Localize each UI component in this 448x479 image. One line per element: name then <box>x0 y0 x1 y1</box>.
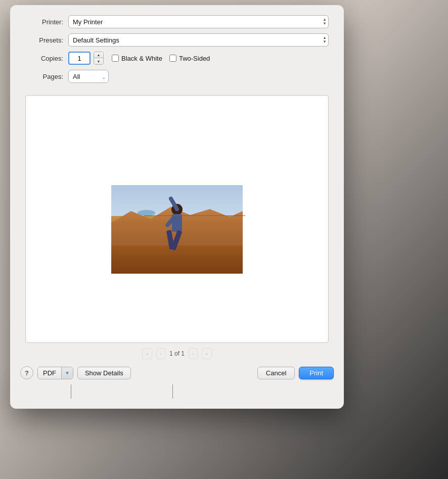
help-button[interactable]: ? <box>20 366 33 379</box>
cancel-button[interactable]: Cancel <box>257 367 295 379</box>
preview-photo <box>111 185 243 274</box>
printer-label: Printer: <box>25 18 63 26</box>
black-white-option[interactable]: Black & White <box>112 55 162 62</box>
presets-select[interactable]: Default Settings <box>68 33 329 47</box>
indicator-line-right <box>172 384 173 399</box>
black-white-label: Black & White <box>121 55 162 62</box>
printer-select-wrapper: My Printer ▲ ▼ <box>68 15 329 28</box>
presets-select-wrapper: Default Settings ▲ ▼ <box>68 33 329 47</box>
prev-page-btn[interactable]: ‹ <box>156 348 165 359</box>
show-details-button[interactable]: Show Details <box>77 367 131 379</box>
two-sided-checkbox[interactable] <box>169 55 176 62</box>
presets-label: Presets: <box>25 36 63 44</box>
first-page-btn[interactable]: « <box>142 348 152 359</box>
next-page-btn[interactable]: › <box>189 348 198 359</box>
pages-select[interactable]: All <box>68 70 109 83</box>
two-sided-option[interactable]: Two-Sided <box>169 55 210 62</box>
indicator-lines <box>10 384 344 399</box>
pages-row: Pages: All ⌄ <box>25 70 329 83</box>
black-white-checkbox[interactable] <box>112 55 119 62</box>
bottom-bar: ? PDF ▼ Show Details Cancel Print <box>10 366 344 379</box>
print-button[interactable]: Print <box>299 367 334 379</box>
two-sided-label: Two-Sided <box>179 55 210 62</box>
copies-row: Copies: ▲ ▼ Black & White Two-Sided <box>25 52 329 65</box>
person-figure <box>157 204 197 265</box>
copies-input[interactable] <box>68 52 91 65</box>
indicator-line-left <box>71 384 71 399</box>
copies-label: Copies: <box>25 55 63 62</box>
last-page-btn[interactable]: » <box>202 348 212 359</box>
print-dialog: Printer: My Printer ▲ ▼ Presets: Default… <box>10 5 344 409</box>
copies-decrement[interactable]: ▼ <box>94 58 103 64</box>
printer-row: Printer: My Printer ▲ ▼ <box>25 15 329 28</box>
preview-image-container <box>111 185 243 274</box>
print-options: Black & White Two-Sided <box>112 55 210 62</box>
pdf-button-group: PDF ▼ <box>37 367 73 379</box>
river-layer <box>138 210 155 216</box>
pages-select-wrapper: All ⌄ <box>68 70 109 83</box>
pdf-arrow-button[interactable]: ▼ <box>61 367 73 379</box>
copies-stepper-wrapper: ▲ ▼ Black & White Two-Sided <box>68 52 210 65</box>
print-preview <box>25 95 329 343</box>
copies-increment[interactable]: ▲ <box>94 52 103 58</box>
copies-stepper: ▲ ▼ <box>94 52 104 65</box>
pdf-main-button[interactable]: PDF <box>38 367 61 379</box>
page-info: 1 of 1 <box>169 350 185 357</box>
pages-label: Pages: <box>25 73 63 80</box>
pagination-controls: « ‹ 1 of 1 › » <box>10 348 344 359</box>
presets-row: Presets: Default Settings ▲ ▼ <box>25 33 329 47</box>
printer-select[interactable]: My Printer <box>68 15 329 28</box>
